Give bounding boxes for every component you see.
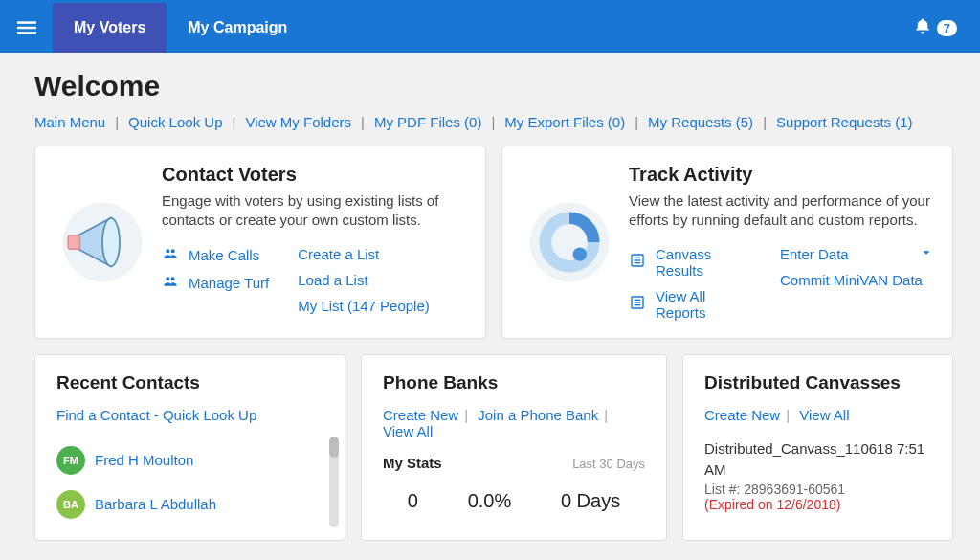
page-title: Welcome [34, 70, 953, 102]
chevron-down-icon [920, 246, 933, 262]
people-icon [162, 246, 179, 264]
link-join-phone-bank[interactable]: Join a Phone Bank [478, 407, 598, 423]
link-commit-minivan-data[interactable]: Commit MiniVAN Data [780, 272, 933, 288]
report-icon [629, 253, 646, 271]
nav-my-campaign[interactable]: My Campaign [167, 3, 308, 53]
scrollbar[interactable] [329, 437, 339, 527]
contact-item[interactable]: BA Barbara L Abdullah [56, 482, 323, 526]
link-enter-data[interactable]: Enter Data [780, 246, 933, 262]
link-my-requests[interactable]: My Requests (5) [648, 114, 753, 130]
avatar: FM [56, 446, 85, 475]
link-view-all-reports[interactable]: View All Reports [629, 288, 751, 321]
track-activity-title: Track Activity [629, 164, 933, 186]
svg-rect-0 [17, 21, 36, 24]
canvass-list-number: List #: 28963691-60561 [704, 482, 931, 497]
link-make-calls[interactable]: Make Calls [162, 246, 269, 264]
people-icon [162, 274, 179, 292]
link-phone-create-new[interactable]: Create New [383, 407, 458, 423]
report-icon [629, 295, 646, 313]
svg-rect-6 [68, 235, 80, 249]
link-load-a-list[interactable]: Load a List [298, 272, 430, 288]
svg-rect-2 [17, 32, 36, 34]
link-quick-look-up[interactable]: Quick Look Up [128, 114, 222, 130]
svg-rect-1 [17, 27, 36, 30]
notification-count: 7 [937, 20, 957, 36]
distributed-canvasses-panel: Distributed Canvasses Create New| View A… [682, 354, 953, 541]
link-main-menu[interactable]: Main Menu [34, 114, 105, 130]
link-my-list[interactable]: My List (147 People) [298, 298, 430, 314]
top-nav: My Voters My Campaign 7 [0, 3, 980, 53]
scrollbar-thumb[interactable] [329, 437, 339, 458]
contact-name: Barbara L Abdullah [95, 496, 216, 512]
link-view-my-folders[interactable]: View My Folders [245, 114, 351, 130]
menu-icon[interactable] [0, 3, 53, 53]
track-activity-card: Track Activity View the latest activity … [501, 146, 953, 339]
canvass-expired: (Expired on 12/6/2018) [704, 497, 931, 512]
nav-my-voters[interactable]: My Voters [53, 3, 167, 53]
link-find-a-contact[interactable]: Find a Contact - Quick Look Up [56, 407, 256, 423]
link-canvass-results[interactable]: Canvass Results [629, 246, 751, 279]
contact-name: Fred H Moulton [95, 452, 193, 468]
bell-icon [914, 17, 931, 38]
stat-value: 0 Days [561, 490, 620, 512]
chart-ring-icon [522, 164, 617, 321]
recent-contacts-panel: Recent Contacts Find a Contact - Quick L… [34, 354, 345, 541]
my-stats-label: My Stats [383, 455, 442, 471]
link-dist-view-all[interactable]: View All [799, 407, 849, 423]
canvass-item-name: Distributed_Canvass_110618 7:51 AM [704, 438, 931, 482]
link-create-a-list[interactable]: Create a List [298, 246, 430, 262]
avatar: BA [56, 490, 85, 519]
recent-contacts-title: Recent Contacts [56, 372, 323, 393]
link-support-requests[interactable]: Support Requests (1) [776, 114, 913, 130]
track-activity-subtitle: View the latest activity and performance… [629, 191, 933, 231]
phone-banks-panel: Phone Banks Create New| Join a Phone Ban… [361, 354, 667, 541]
notifications-button[interactable]: 7 [891, 3, 980, 53]
stats-period: Last 30 Days [572, 457, 645, 471]
contact-voters-subtitle: Engage with voters by using existing lis… [162, 191, 466, 231]
link-phone-view-all[interactable]: View All [383, 423, 433, 439]
megaphone-icon [55, 164, 150, 321]
distributed-title: Distributed Canvasses [704, 372, 931, 393]
link-dist-create-new[interactable]: Create New [704, 407, 780, 423]
link-my-export-files[interactable]: My Export Files (0) [504, 114, 625, 130]
stat-value: 0.0% [468, 490, 512, 512]
breadcrumb: Main Menu| Quick Look Up| View My Folder… [34, 114, 953, 130]
link-my-pdf-files[interactable]: My PDF Files (0) [374, 114, 482, 130]
stat-value: 0 [408, 490, 418, 512]
svg-point-5 [102, 218, 120, 266]
contact-voters-card: Contact Voters Engage with voters by usi… [34, 146, 486, 339]
link-manage-turf[interactable]: Manage Turf [162, 274, 269, 292]
svg-point-9 [573, 247, 587, 260]
contact-voters-title: Contact Voters [162, 164, 466, 186]
contact-item[interactable]: FM Fred H Moulton [56, 438, 323, 482]
phone-banks-title: Phone Banks [383, 372, 645, 393]
